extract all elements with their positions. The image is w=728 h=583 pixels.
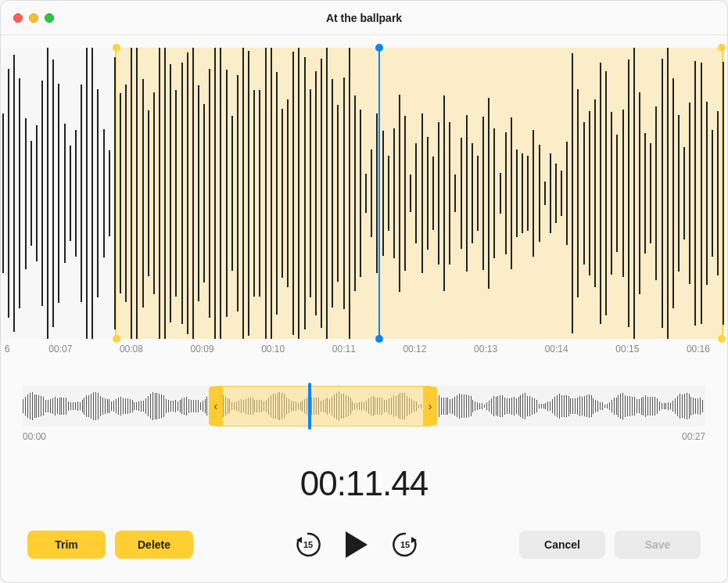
ruler-tick: 00:12 xyxy=(403,344,426,364)
zoom-window-button[interactable] xyxy=(45,13,54,23)
skip-back-15-button[interactable]: 15 xyxy=(294,531,322,559)
ruler-tick: 00:16 xyxy=(687,344,710,364)
voice-memo-editor-window: At the ballpark 600:0700:0800:0900:1000:… xyxy=(0,0,728,583)
ruler-tick: 00:15 xyxy=(615,344,639,364)
ruler-tick: 00:10 xyxy=(261,344,285,364)
cancel-button[interactable]: Cancel xyxy=(519,531,605,559)
close-window-button[interactable] xyxy=(13,13,23,23)
current-time-display: 00:11.44 xyxy=(1,464,727,503)
svg-text:15: 15 xyxy=(400,540,409,549)
overview-time-labels: 00:00 00:27 xyxy=(23,431,705,442)
ruler-tick: 00:08 xyxy=(120,344,143,364)
waveform-display xyxy=(1,48,727,339)
overview-end-label: 00:27 xyxy=(682,431,705,442)
play-icon xyxy=(346,531,368,558)
ruler-tick: 00:09 xyxy=(191,344,214,364)
save-button[interactable]: Save xyxy=(615,531,701,559)
ruler-tick: 00:14 xyxy=(545,344,568,364)
overview-trim-end-handle[interactable]: › xyxy=(423,387,437,426)
overview-start-label: 00:00 xyxy=(23,431,46,442)
window-title: At the ballpark xyxy=(1,12,727,24)
skip-back-icon: 15 xyxy=(294,531,322,559)
delete-button[interactable]: Delete xyxy=(115,531,193,559)
skip-forward-15-button[interactable]: 15 xyxy=(391,531,419,559)
overview-trim-start-handle[interactable]: ‹ xyxy=(209,387,223,426)
minimize-window-button[interactable] xyxy=(29,13,38,23)
ruler-tick: 00:11 xyxy=(332,344,356,364)
ruler-tick: 00:13 xyxy=(474,344,497,364)
skip-forward-icon: 15 xyxy=(391,531,419,559)
svg-text:15: 15 xyxy=(303,540,312,549)
time-ruler: 600:0700:0800:0900:1000:1100:1200:1300:1… xyxy=(1,339,727,364)
main-waveform[interactable] xyxy=(1,48,727,339)
trim-button[interactable]: Trim xyxy=(27,531,106,559)
playhead[interactable] xyxy=(378,48,380,339)
overview-playhead[interactable] xyxy=(308,383,311,430)
ruler-tick: 00:07 xyxy=(48,344,72,364)
ruler-tick: 6 xyxy=(5,344,10,364)
overview-waveform[interactable]: ‹ › xyxy=(23,386,705,426)
play-button[interactable] xyxy=(346,531,368,558)
titlebar: At the ballpark xyxy=(1,1,727,35)
window-controls xyxy=(1,13,54,23)
transport-controls: 15 15 xyxy=(193,531,519,559)
overview-selection[interactable]: ‹ › xyxy=(215,386,431,426)
toolbar: Trim Delete 15 15 xyxy=(1,531,727,559)
